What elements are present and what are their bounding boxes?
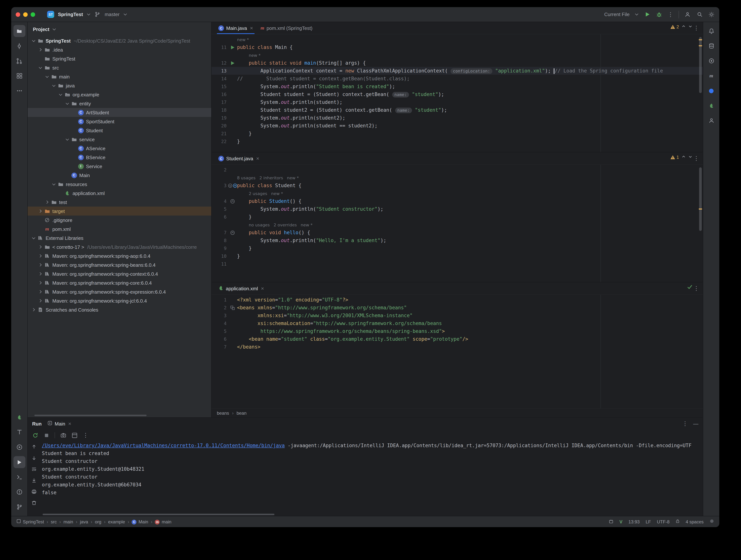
code-line[interactable]: 2 usages new * (212, 189, 703, 197)
chevron-icon[interactable] (38, 253, 43, 259)
console-horizontal-scrollbar[interactable] (43, 514, 274, 515)
notifications-icon[interactable] (705, 25, 717, 37)
maximize-window-button[interactable] (31, 12, 35, 17)
chevron-icon[interactable] (31, 307, 37, 313)
chevron-icon[interactable] (38, 47, 43, 53)
code-line[interactable]: 5 System.out.println("Student constructo… (212, 205, 703, 213)
code-editor[interactable]: 28 usages 2 inheritors new *3public clas… (212, 165, 703, 282)
ai-assistant-icon[interactable] (705, 85, 717, 97)
structure-icon[interactable] (13, 70, 25, 82)
git-branch-icon[interactable] (13, 501, 25, 513)
chevron-icon[interactable] (58, 91, 64, 97)
editor-tab-student-java[interactable]: CStudent.java× (215, 152, 263, 164)
status-breadcrumb-example[interactable]: example (108, 519, 125, 524)
code-line[interactable]: 7 public void hello() { (212, 229, 703, 236)
more-icon[interactable]: ⋮ (693, 25, 699, 31)
code-line[interactable]: 21 } (212, 130, 703, 138)
code-line[interactable]: 13 ApplicationContext context = new Clas… (212, 67, 703, 75)
chevron-icon[interactable] (31, 38, 37, 44)
tree-item-external-libraries[interactable]: External Libraries (28, 234, 211, 242)
code-line[interactable]: 10} (212, 252, 703, 260)
tree-item-maven-org-springframework-spring-core-6-0-4[interactable]: Maven: org.springframework:spring-core:6… (28, 278, 211, 287)
chevron-icon[interactable] (38, 280, 43, 286)
editor-tab-application-xml[interactable]: application.xml× (215, 283, 268, 294)
code-line[interactable]: new * (212, 51, 703, 59)
more-icon[interactable]: ⋮ (693, 285, 699, 292)
status-widget-lf[interactable]: LF (646, 519, 651, 524)
impl-gutter-icon[interactable] (228, 183, 237, 188)
tree-item-src[interactable]: src (28, 63, 211, 72)
more-actions-icon[interactable]: ⋮ (668, 11, 673, 18)
close-icon[interactable]: × (261, 286, 264, 292)
more-icon[interactable]: ⋮ (693, 155, 699, 162)
code-line[interactable]: 15 System.out.println("Student bean is c… (212, 83, 703, 90)
more-icon[interactable]: ⋮ (81, 431, 90, 440)
tree-item-target[interactable]: target (28, 207, 211, 216)
more-icon[interactable] (13, 85, 25, 97)
status-widget-4-spaces[interactable]: 4 spaces (686, 519, 703, 524)
code-line[interactable]: 4 public Student() { (212, 197, 703, 205)
code-editor[interactable]: 1<?xml version="1.0" encoding="UTF-8"?>2… (212, 295, 703, 408)
warning-stripe-mark[interactable] (699, 209, 702, 210)
code-line[interactable]: 14// Student student = context.getBean(S… (212, 75, 703, 83)
code-line[interactable]: 20 System.out.println(student == student… (212, 122, 703, 130)
status-breadcrumb-main[interactable]: mmain (155, 519, 172, 525)
spring-icon[interactable] (705, 100, 717, 112)
chevron-icon[interactable] (38, 208, 43, 214)
project-icon[interactable] (13, 25, 25, 37)
layout-settings-icon[interactable] (70, 431, 79, 440)
scroll-to-end-icon[interactable] (29, 476, 39, 485)
warning-stripe-mark[interactable] (699, 39, 702, 41)
code-line[interactable]: 8 System.out.println("Hello, I'm a stude… (212, 236, 703, 244)
more-icon[interactable]: ⋮ (682, 420, 688, 427)
chevron-icon[interactable] (38, 298, 43, 304)
run-configuration-selector[interactable]: Current File (604, 12, 629, 17)
chevron-down-icon[interactable] (123, 12, 127, 16)
project-name[interactable]: SpringTest (58, 12, 83, 17)
down-stack-trace-icon[interactable] (29, 454, 39, 463)
chevron-icon[interactable] (31, 235, 37, 241)
run-icon[interactable] (13, 456, 25, 468)
soft-wrap-icon[interactable] (29, 465, 39, 474)
code-line[interactable]: no usages 2 overrides new * (212, 221, 703, 229)
warnings-count[interactable]: 1 (671, 155, 679, 160)
chevron-icon[interactable] (38, 262, 43, 268)
tree-item-main[interactable]: CMain (28, 171, 211, 180)
inspections-widget[interactable]: 2 (671, 24, 692, 29)
run-tab-main[interactable]: Main × (48, 421, 71, 427)
chevron-icon[interactable] (64, 136, 70, 142)
close-icon[interactable]: × (250, 25, 253, 31)
up-stack-trace-icon[interactable] (29, 442, 39, 451)
code-with-me-icon[interactable] (684, 11, 691, 18)
code-line[interactable]: 4 xsi:schemaLocation="http://www.springf… (212, 319, 703, 327)
pull-requests-icon[interactable] (13, 55, 25, 67)
tree-item-maven-org-springframework-spring-aop-6-0-4[interactable]: Maven: org.springframework:spring-aop:6.… (28, 251, 211, 260)
close-icon[interactable]: × (68, 421, 71, 427)
tree-item-maven-org-springframework-spring-beans-6-0-4[interactable]: Maven: org.springframework:spring-beans:… (28, 260, 211, 269)
tree-item-artstudent[interactable]: CArtStudent (28, 108, 211, 117)
next-warning-icon[interactable] (688, 155, 692, 160)
code-vision-hint[interactable]: new * (237, 37, 249, 42)
mark-gutter-icon[interactable] (228, 199, 237, 204)
chevron-down-icon[interactable] (52, 27, 56, 31)
breadcrumb-item-bean[interactable]: bean (237, 410, 246, 416)
status-breadcrumb-src[interactable]: src (51, 519, 57, 524)
ns-gutter-icon[interactable] (228, 305, 237, 310)
code-editor[interactable]: new *11public class Main { new *12 publi… (212, 34, 703, 152)
chevron-icon[interactable] (38, 289, 43, 295)
hide-panel-icon[interactable]: — (693, 421, 698, 427)
editor-tab-pom-xml-springtest[interactable]: mpom.xml (SpringTest) (257, 22, 316, 34)
chevron-icon[interactable] (44, 199, 50, 205)
print-icon[interactable] (29, 487, 39, 496)
code-line[interactable]: 1<?xml version="1.0" encoding="UTF-8"?> (212, 296, 703, 304)
mark-gutter-icon[interactable] (228, 230, 237, 235)
code-line[interactable]: 6 <bean name="student" class="org.exampl… (212, 335, 703, 343)
tree-item-application-xml[interactable]: application.xml (28, 189, 211, 197)
code-line[interactable]: 11public class Main { (212, 43, 703, 51)
vim-widget[interactable]: V (619, 519, 622, 524)
tree-item-org-example[interactable]: org.example (28, 90, 211, 99)
plugin-widget[interactable] (609, 519, 613, 525)
terminal-icon[interactable] (13, 471, 25, 483)
tree-item-corretto-17[interactable]: < corretto-17 >/Users/eve/Library/Java/J… (28, 242, 211, 251)
horizontal-scrollbar[interactable] (35, 415, 146, 416)
